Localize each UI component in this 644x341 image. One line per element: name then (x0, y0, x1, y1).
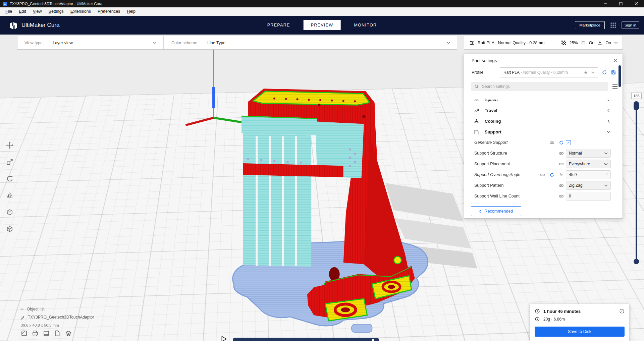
panel-title: Print settings (472, 58, 497, 63)
tab-monitor[interactable]: MONITOR (353, 20, 378, 30)
category-travel[interactable]: Travel (464, 105, 623, 116)
tool-move-button[interactable] (5, 140, 15, 150)
reset-icon[interactable] (547, 172, 556, 177)
link-icon[interactable] (556, 183, 566, 188)
link-icon[interactable] (556, 161, 566, 167)
reset-icon[interactable] (556, 140, 566, 145)
save-to-disk-button[interactable]: Save to Disk (535, 327, 625, 337)
recommended-mode-button[interactable]: Recommended (471, 206, 521, 216)
formula-icon: fx (556, 173, 566, 177)
settings-category-list: SpeedTravelCoolingSupportGenerate Suppor… (464, 100, 623, 202)
reset-profile-icon[interactable] (602, 70, 607, 75)
field-unit: ° (606, 173, 608, 177)
menu-item-edit[interactable]: Edit (15, 7, 30, 16)
recommended-label: Recommended (485, 209, 513, 214)
tool-support-blocker-button[interactable] (5, 224, 15, 234)
setting-row-support-structure: Support StructureNormal (464, 148, 623, 159)
search-settings-input[interactable]: Search settings (471, 82, 608, 91)
marketplace-button[interactable]: Marketplace (575, 21, 605, 29)
setting-field-support-overhang-angle[interactable]: 45.0° (566, 170, 611, 179)
tool-scale-button[interactable] (5, 157, 15, 167)
object-list-item[interactable]: TXY3PRO_Geetech3DTouchAdaptor (20, 313, 94, 321)
material-usage: 20g · 6.86m (543, 317, 565, 322)
layers-icon[interactable] (65, 330, 72, 337)
layer-slider-track[interactable] (636, 103, 637, 262)
header-tabs: PREPAREPREVIEWMONITOR (266, 16, 378, 35)
menu-item-view[interactable]: View (30, 7, 45, 16)
category-speed[interactable]: Speed (464, 100, 623, 105)
menu-item-preferences[interactable]: Preferences (94, 7, 123, 16)
setting-label: Generate Support (474, 140, 547, 145)
printer-icon[interactable] (32, 330, 39, 337)
layer-number-field[interactable]: 185 (631, 93, 642, 99)
color-scheme-dropdown[interactable]: Color scheme Line Type (164, 36, 457, 49)
checkbox[interactable]: ✓ (566, 140, 571, 145)
view-type-dropdown[interactable]: View type Layer view (17, 36, 164, 49)
link-icon[interactable] (556, 193, 566, 199)
info-icon[interactable] (619, 308, 625, 314)
profile-label: Profile (472, 70, 500, 75)
maximize-button[interactable] (613, 0, 629, 7)
color-scheme-value: Line Type (207, 41, 225, 45)
profile-summary: Raft PLA - Normal Quality - 0.28mm (478, 41, 544, 45)
menubar-items: FileEditViewSettingsExtensionsPreference… (0, 7, 644, 16)
tab-prepare[interactable]: PREPARE (266, 20, 291, 30)
setting-row-generate-support: Generate Support✓ (464, 137, 623, 148)
layer-slider-handle[interactable] (634, 101, 639, 110)
slice-stage-icon[interactable] (21, 330, 28, 337)
setting-row-support-overhang-angle: Support Overhang Anglefx45.0° (464, 169, 623, 180)
favorite-star-icon[interactable]: ★ (584, 70, 588, 75)
layer-slider-bottom-handle[interactable] (634, 259, 639, 264)
select-value: Normal (569, 151, 582, 156)
speedometer-icon (472, 100, 481, 103)
simulation-timeline-slider[interactable] (233, 338, 379, 341)
setting-select-support-structure[interactable]: Normal (566, 149, 611, 158)
brand-name: UltiMaker Cura (21, 22, 59, 29)
tool-rotate-button[interactable] (5, 174, 15, 184)
setting-label: Support Pattern (474, 183, 556, 188)
menu-item-settings[interactable]: Settings (45, 7, 67, 16)
tool-mirror-button[interactable] (5, 190, 15, 201)
object-list-panel: Object list TXY3PRO_Geetech3DTouchAdapto… (20, 305, 94, 337)
minimize-button[interactable] (598, 0, 613, 7)
link-icon[interactable] (538, 172, 547, 178)
cooling-icon (472, 118, 481, 124)
infill-icon (561, 40, 567, 46)
field-value: 0 (569, 194, 571, 198)
apps-grid-icon[interactable] (610, 22, 616, 28)
print-setup-summary-bar[interactable]: Raft PLA - Normal Quality - 0.28mm 25% O… (464, 36, 623, 50)
setting-label: Support Wall Line Count (474, 194, 556, 198)
settings-menu-icon[interactable] (612, 84, 618, 89)
link-icon[interactable] (547, 140, 556, 146)
setting-select-support-pattern[interactable]: Zig Zag (566, 181, 611, 190)
sign-in-button[interactable]: Sign in (622, 21, 639, 29)
build-plate-icon[interactable] (43, 330, 50, 337)
profile-dropdown[interactable]: Raft PLA - Normal Quality - 0.28mm ★ (500, 67, 598, 77)
menu-item-help[interactable]: Help (123, 7, 139, 16)
chevron-up-icon (20, 308, 24, 310)
menu-item-file[interactable]: File (2, 7, 15, 16)
category-support[interactable]: Support (464, 126, 623, 137)
setting-checkbox-generate-support[interactable]: ✓ (566, 138, 611, 147)
object-file-name: TXY3PRO_Geetech3DTouchAdaptor (28, 315, 94, 320)
close-icon[interactable] (613, 59, 617, 62)
setting-field-support-wall-line-count[interactable]: 0 (566, 192, 611, 201)
save-profile-icon[interactable] (611, 70, 616, 75)
settings-scrollbar[interactable] (619, 65, 621, 87)
close-button[interactable] (629, 0, 644, 7)
document-icon[interactable] (54, 330, 61, 337)
play-simulation-button[interactable] (220, 335, 227, 341)
search-placeholder: Search settings (482, 84, 510, 89)
category-cooling[interactable]: Cooling (464, 116, 623, 126)
link-icon[interactable] (556, 151, 566, 156)
tab-preview[interactable]: PREVIEW (304, 20, 341, 30)
field-value: 45.0 (569, 172, 577, 177)
object-list-header[interactable]: Object list (20, 305, 94, 313)
main-header: UltiMaker Cura PREPAREPREVIEWMONITOR Mar… (0, 16, 644, 35)
tool-per-model-settings-button[interactable] (5, 207, 15, 217)
timeline-handle[interactable] (372, 339, 374, 341)
title-bar: C TXY3PRO_Geetech3DTouchAdaptor - UltiMa… (0, 0, 644, 7)
menu-item-extensions[interactable]: Extensions (67, 7, 94, 16)
setting-select-support-placement[interactable]: Everywhere (566, 160, 611, 168)
chevron-down-icon (153, 42, 157, 44)
